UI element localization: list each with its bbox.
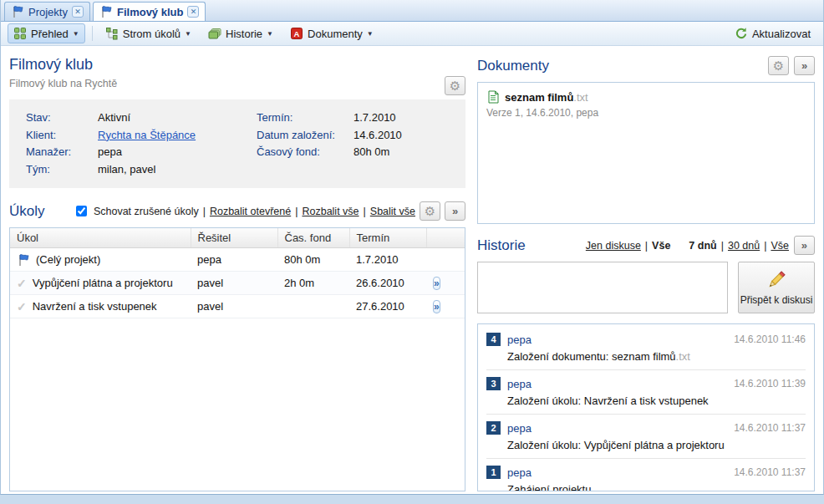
detail-label: Klient:	[26, 127, 98, 145]
filter-30-days-link[interactable]: 30 dnů	[728, 240, 760, 252]
list-item: 3 pepa 14.6.2010 11:39 Založení úkolu: N…	[486, 370, 806, 415]
tab-projekty[interactable]: Projekty ✕	[4, 2, 90, 21]
table-row[interactable]: ✓Navržení a tisk vstupenek pavel 27.6.20…	[10, 295, 465, 318]
detail-label: Termín:	[257, 109, 354, 127]
detail-label: Časový fond:	[257, 144, 354, 161]
documents-panel: seznam filmů.txt Verze 1, 14.6.2010, pep…	[477, 82, 815, 224]
task-name: Vypůjčení plátna a projektoru	[33, 277, 173, 289]
left-column: Filmový klub Filmový klub na Rychtě ⚙ St…	[9, 56, 465, 491]
project-subtitle: Filmový klub na Rychtě	[9, 78, 465, 89]
column-header-assignee[interactable]: Řešitel	[191, 228, 277, 248]
list-item[interactable]: seznam filmů.txt	[486, 90, 806, 104]
tasks-table: Úkol Řešitel Čas. fond Termín (Celý proj…	[10, 228, 465, 318]
history-text: Založení dokumentu: seznam filmů	[507, 350, 676, 363]
tasks-settings-button[interactable]: ⚙	[420, 201, 440, 221]
detail-label: Stav:	[26, 109, 98, 127]
content-area: Filmový klub Filmový klub na Rychtě ⚙ St…	[1, 46, 823, 494]
history-number-badge: 4	[486, 333, 501, 346]
history-user[interactable]: pepa	[507, 466, 532, 479]
history-user[interactable]: pepa	[507, 422, 532, 435]
gear-icon: ⚙	[450, 79, 460, 92]
task-deadline: 1.7.2010	[349, 248, 426, 272]
task-fund: 2h 0m	[277, 272, 349, 295]
project-details: Stav: Aktivní Klient: Rychta na Štěpánce…	[9, 99, 465, 188]
separator	[203, 206, 206, 217]
history-timestamp: 14.6.2010 11:46	[734, 333, 806, 345]
right-column: Dokumenty ⚙ » seznam filmů.txt Verze 1, …	[477, 56, 815, 491]
table-row[interactable]: (Celý projekt) pepa 80h 0m 1.7.2010	[10, 248, 465, 272]
filter-all-time-link[interactable]: Vše	[771, 240, 789, 252]
documents-label: Dokumenty	[308, 28, 363, 40]
page-title: Filmový klub	[9, 56, 465, 74]
documents-settings-button[interactable]: ⚙	[768, 56, 789, 75]
documents-button[interactable]: A Dokumenty ▼	[284, 23, 379, 43]
separator	[295, 206, 298, 217]
history-user[interactable]: pepa	[507, 378, 532, 390]
toolbar: Přehled ▼ Strom úkolů ▼ Historie ▼ A Dok…	[1, 22, 823, 46]
svg-text:A: A	[294, 29, 300, 38]
history-timestamp: 14.6.2010 11:37	[734, 422, 806, 434]
tab-label: Filmový klub	[117, 6, 183, 18]
tasks-expand-panel-button[interactable]: »	[445, 201, 465, 221]
filter-only-discussion-link[interactable]: Jen diskuse	[586, 240, 641, 252]
column-header-actions	[426, 228, 465, 248]
chevron-down-icon: ▼	[185, 29, 191, 38]
project-settings-button[interactable]: ⚙	[445, 76, 465, 95]
task-detail-button[interactable]: »	[433, 300, 440, 313]
refresh-icon	[735, 27, 748, 40]
contribute-button[interactable]: Přispět k diskusi	[738, 262, 815, 313]
documents-header: Dokumenty ⚙ »	[477, 56, 815, 82]
tab-bar: Projekty ✕ Filmový klub ✕	[1, 0, 823, 22]
detail-label: Tým:	[26, 161, 98, 179]
column-header-fund[interactable]: Čas. fond	[277, 228, 349, 248]
task-tree-label: Strom úkolů	[123, 28, 181, 40]
history-expand-panel-button[interactable]: »	[794, 236, 815, 255]
task-detail-button[interactable]: »	[433, 277, 440, 290]
documents-expand-panel-button[interactable]: »	[794, 56, 815, 75]
documents-title: Dokumenty	[477, 58, 549, 74]
app-window: Projekty ✕ Filmový klub ✕ Přehled ▼ Stro…	[0, 0, 824, 495]
collapse-all-link[interactable]: Sbalit vše	[370, 206, 415, 217]
column-header-deadline[interactable]: Termín	[349, 228, 426, 248]
manager-value: pepa	[98, 144, 257, 161]
flag-icon	[17, 253, 30, 267]
separator	[645, 240, 648, 252]
chevron-down-icon: ▼	[73, 29, 79, 38]
list-item: 1 pepa 14.6.2010 11:37 Zahájení projektu	[486, 459, 806, 491]
tab-filmovy-klub[interactable]: Filmový klub ✕	[93, 2, 206, 21]
list-item: 2 pepa 14.6.2010 11:37 Založení úkolu: V…	[486, 415, 806, 459]
refresh-label: Aktualizovat	[752, 28, 811, 40]
expand-open-link[interactable]: Rozbalit otevřené	[210, 206, 291, 217]
document-meta: Verze 1, 14.6.2010, pepa	[486, 107, 806, 119]
history-button[interactable]: Historie ▼	[202, 23, 279, 43]
history-user[interactable]: pepa	[507, 333, 532, 346]
overview-label: Přehled	[31, 28, 69, 40]
expand-all-link[interactable]: Rozbalit vše	[302, 206, 359, 217]
refresh-button[interactable]: Aktualizovat	[729, 23, 816, 43]
comment-input[interactable]	[477, 262, 728, 313]
column-header-task[interactable]: Úkol	[10, 228, 191, 248]
task-tree-button[interactable]: Strom úkolů ▼	[99, 23, 197, 43]
document-extension: .txt	[573, 91, 587, 104]
tree-icon	[105, 27, 119, 40]
client-link[interactable]: Rychta na Štěpánce	[98, 129, 196, 141]
project-header: Filmový klub Filmový klub na Rychtě ⚙	[9, 56, 465, 99]
chevron-down-icon: ▼	[367, 29, 374, 38]
close-icon[interactable]: ✕	[187, 6, 199, 18]
overview-button[interactable]: Přehled ▼	[8, 23, 85, 43]
history-text: Založení úkolu: Navržení a tisk vstupene…	[507, 395, 709, 407]
filter-all-types-selected[interactable]: Vše	[652, 240, 670, 252]
separator	[364, 206, 366, 217]
history-label: Historie	[226, 28, 262, 40]
check-icon: ✓	[17, 277, 27, 290]
hide-cancelled-checkbox[interactable]	[76, 206, 87, 216]
history-text: Zahájení projektu	[507, 483, 591, 491]
table-row[interactable]: ✓Vypůjčení plátna a projektoru pavel 2h …	[10, 272, 465, 295]
task-assignee: pavel	[191, 272, 277, 295]
filter-7-days-selected[interactable]: 7 dnů	[689, 240, 716, 252]
comment-row: Přispět k diskusi	[477, 262, 815, 313]
task-deadline: 26.6.2010	[349, 272, 426, 295]
document-name[interactable]: seznam filmů	[505, 91, 573, 104]
close-icon[interactable]: ✕	[72, 6, 84, 18]
task-fund: 80h 0m	[277, 248, 349, 272]
